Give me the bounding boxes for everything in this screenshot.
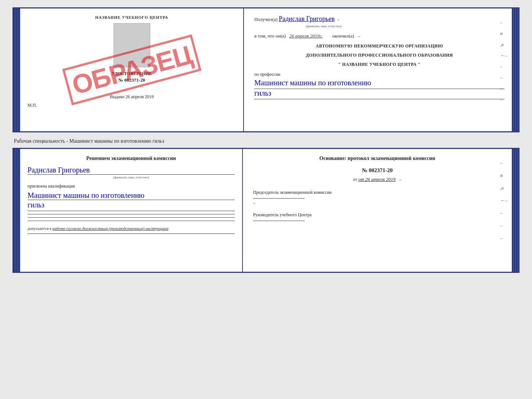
bottom-recipient-name: Радислав Григорьев — [28, 166, 235, 175]
bottom-line-4 — [28, 234, 235, 234]
profession-label: по профессии — [254, 72, 504, 77]
bottom-profession-handwritten: Машинист машины по изготовлению — [28, 191, 235, 200]
received-label: Получил(а) — [254, 17, 277, 22]
date-handwritten: 26 апреля 2019г. — [290, 33, 323, 39]
dash2: – — [358, 33, 360, 39]
fio-label: (фамилия, имя, отчество) — [306, 24, 341, 28]
issued-line: Выдано 26 апреля 2019 — [28, 94, 236, 100]
decision-text: Решением экзаменационной комиссии — [28, 156, 235, 161]
dash7: – — [500, 86, 508, 92]
chairman-signature-line — [253, 198, 305, 199]
finished-label: окончил(а) — [332, 33, 354, 39]
protocol-number: № 002371-20 — [253, 167, 502, 174]
book-spine-left — [14, 8, 20, 131]
bottom-profession-line2: гильз — [28, 201, 235, 211]
allowed-italic: работе согласно должностным (производств… — [53, 226, 168, 231]
osnov-text: Основание: протокол экзаменационной коми… — [253, 156, 502, 161]
ot-prefix: от — [353, 177, 357, 182]
allowed-block: допускается к работе согласно должностны… — [28, 226, 235, 231]
profession-block: по профессии Машинист машины по изготовл… — [254, 72, 504, 99]
b-and-label: и — [500, 172, 508, 178]
photo-placeholder — [114, 23, 150, 67]
protocol-date-value: от 26 апреля 2019 — [358, 177, 395, 182]
protocol-date: от от 26 апреля 2019 – — [253, 177, 502, 182]
org-line2: ДОПОЛНИТЕЛЬНОГО ПРОФЕССИОНАЛЬНОГО ОБРАЗО… — [254, 53, 504, 58]
bottom-right-dashes: – и ,а ←– – – – — [500, 160, 508, 241]
bottom-right-page: Основание: протокол экзаменационной коми… — [243, 149, 512, 272]
b-comma-label: ,а — [500, 185, 508, 191]
dash5: – — [500, 64, 508, 70]
b-dash5: – — [500, 210, 508, 216]
doc-label: УДОСТОВЕРЕНИЕ — [28, 71, 236, 76]
b-dash4: ←– — [500, 197, 508, 203]
comma-label: ,а — [500, 42, 508, 47]
and-label: и — [500, 31, 508, 36]
profession-handwritten: Машинист машины по изготовлению — [254, 79, 504, 89]
bottom-spine-right — [512, 149, 518, 272]
chairman-block: Председатель экзаменационной комиссии – — [253, 190, 502, 206]
top-left-page: НАЗВАНИЕ УЧЕБНОГО ЦЕНТРА УДОСТОВЕРЕНИЕ №… — [20, 8, 244, 131]
org-block: АВТОНОМНУЮ НЕКОММЕРЧЕСКУЮ ОРГАНИЗАЦИЮ ДО… — [254, 43, 504, 67]
b-dash7: – — [500, 235, 508, 241]
separator-text: Рабочая специальность - Машинист машины … — [12, 138, 520, 144]
assigned-text: присвоена квалификация — [28, 184, 235, 189]
head-label: Руководитель учебного Центра — [253, 212, 502, 218]
dash3: – — [500, 19, 508, 25]
b-dash3: – — [500, 160, 508, 166]
top-right-page: Получил(а) Радислав Григорьев – (фамилия… — [244, 8, 512, 131]
allowed-label: допускается к — [28, 226, 51, 231]
dash4: ←– — [500, 53, 508, 58]
chairman-label: Председатель экзаменационной комиссии — [253, 190, 502, 195]
dash8: – — [500, 97, 508, 103]
org-line3: " НАЗВАНИЕ УЧЕБНОГО ЦЕНТРА " — [254, 62, 504, 67]
head-block: Руководитель учебного Центра — [253, 212, 502, 221]
bottom-dash1: – — [399, 177, 402, 182]
bottom-line-1 — [28, 214, 235, 214]
mp-label: М.П. — [28, 103, 236, 108]
bottom-left-page: Решением экзаменационной комиссии Радисл… — [20, 149, 243, 272]
dash6: – — [500, 75, 508, 81]
date-line: в том, что он(а) 26 апреля 2019г. окончи… — [254, 33, 504, 39]
bottom-spine-left — [14, 149, 20, 272]
dash1: – — [337, 17, 339, 22]
training-center-title: НАЗВАНИЕ УЧЕБНОГО ЦЕНТРА — [28, 15, 236, 19]
org-line1: АВТОНОМНУЮ НЕКОММЕРЧЕСКУЮ ОРГАНИЗАЦИЮ — [254, 43, 504, 49]
head-signature-line — [253, 221, 305, 221]
doc-number: № 002371-20 — [28, 77, 236, 83]
received-line: Получил(а) Радислав Григорьев – (фамилия… — [254, 15, 504, 29]
b-dash6: – — [500, 222, 508, 228]
document-wrapper: НАЗВАНИЕ УЧЕБНОГО ЦЕНТРА УДОСТОВЕРЕНИЕ №… — [12, 7, 520, 273]
in-that-label: в том, что он(а) — [254, 33, 286, 39]
profession-line2: гильз — [254, 89, 504, 99]
bottom-fio-label: (фамилия, имя, отчество) — [28, 175, 235, 179]
bottom-line-3 — [28, 221, 235, 221]
bottom-certificate-book: Решением экзаменационной комиссии Радисл… — [12, 148, 520, 273]
top-certificate-book: НАЗВАНИЕ УЧЕБНОГО ЦЕНТРА УДОСТОВЕРЕНИЕ №… — [12, 7, 520, 132]
bottom-line-2 — [28, 217, 235, 218]
bottom-dash2: – — [253, 200, 255, 205]
recipient-name: Радислав Григорьев — [279, 15, 335, 22]
right-side-dashes: – и ,а ←– – – – – — [500, 19, 508, 103]
book-spine-right — [512, 8, 518, 131]
